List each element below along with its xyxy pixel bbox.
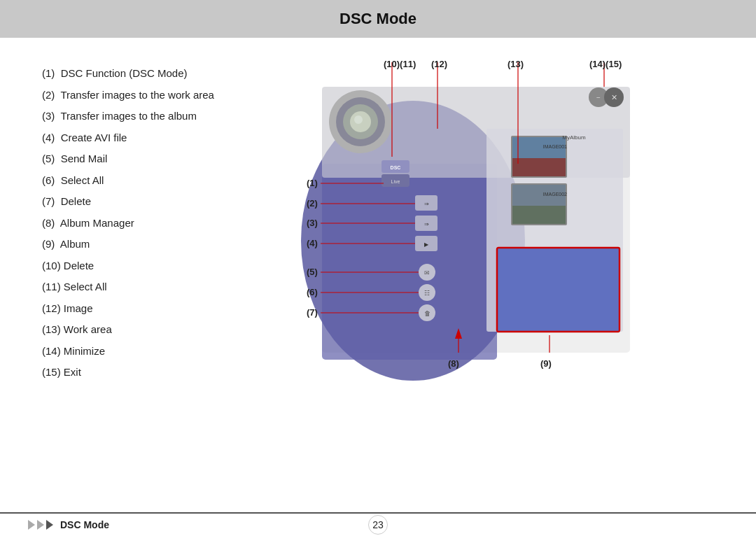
svg-text:(2): (2) <box>307 198 318 209</box>
svg-text:IMAGE001: IMAGE001 <box>543 144 567 149</box>
svg-text:🗑: 🗑 <box>424 310 430 317</box>
page-footer: DSC Mode 23 <box>0 512 756 536</box>
list-item: (11) Select All <box>42 279 266 295</box>
diagram-area: DSC Live IMAGE001 IMAGE002 MyAlbum <box>280 59 728 451</box>
svg-text:(10)(11): (10)(11) <box>384 59 416 69</box>
svg-text:(7): (7) <box>307 307 318 318</box>
svg-text:(12): (12) <box>431 59 447 69</box>
svg-text:MyAlbum: MyAlbum <box>562 134 586 141</box>
item-list: (1) DSC Function (DSC Mode) (2) Transfer… <box>42 59 266 451</box>
arrow-icon-3 <box>46 520 53 530</box>
svg-rect-17 <box>512 158 566 176</box>
svg-text:⇒: ⇒ <box>424 221 429 227</box>
list-item: (10) Delete <box>42 258 266 274</box>
svg-rect-25 <box>497 248 620 332</box>
list-item: (8) Album Manager <box>42 216 266 232</box>
list-item: (14) Minimize <box>42 344 266 360</box>
arrow-icon-2 <box>37 520 44 530</box>
svg-point-8 <box>354 115 363 124</box>
svg-text:✕: ✕ <box>611 93 617 101</box>
svg-text:(13): (13) <box>507 59 524 69</box>
list-item: (12) Image <box>42 301 266 317</box>
list-item: (15) Exit <box>42 365 266 381</box>
list-item: (3) Transfer images to the album <box>42 108 266 125</box>
list-item: (1) DSC Function (DSC Mode) <box>42 66 266 82</box>
list-item: (7) Delete <box>42 194 266 210</box>
footer-arrows <box>28 520 53 530</box>
svg-text:☷: ☷ <box>424 290 430 297</box>
svg-text:▶: ▶ <box>424 241 429 248</box>
list-item: (6) Select All <box>42 173 266 189</box>
svg-text:(3): (3) <box>307 218 318 228</box>
svg-rect-22 <box>512 206 566 224</box>
svg-text:−: − <box>596 94 601 101</box>
footer-title: DSC Mode <box>60 519 109 530</box>
svg-text:✉: ✉ <box>424 269 430 276</box>
diagram-svg: DSC Live IMAGE001 IMAGE002 MyAlbum <box>280 59 637 430</box>
list-item: (2) Transfer images to the work area <box>42 87 266 104</box>
list-item: (9) Album <box>42 237 266 253</box>
list-item: (5) Send Mail <box>42 151 266 167</box>
svg-text:(8): (8) <box>448 358 459 369</box>
svg-text:Live: Live <box>391 179 400 184</box>
svg-text:IMAGE002: IMAGE002 <box>543 192 567 197</box>
svg-text:(9): (9) <box>540 358 552 369</box>
svg-rect-2 <box>322 164 497 360</box>
header-title: DSC Mode <box>340 10 416 27</box>
svg-text:(4): (4) <box>307 238 318 248</box>
footer-page-number: 23 <box>368 515 388 535</box>
svg-text:DSC: DSC <box>391 165 401 170</box>
svg-text:(14)(15): (14)(15) <box>589 59 622 69</box>
svg-text:⇒: ⇒ <box>424 201 429 207</box>
svg-text:(6): (6) <box>307 287 318 297</box>
list-item: (13) Work area <box>42 322 266 338</box>
page-title: DSC Mode <box>0 0 756 38</box>
arrow-icon-1 <box>28 520 35 530</box>
list-item: (4) Create AVI file <box>42 130 266 146</box>
svg-text:(1): (1) <box>307 178 318 188</box>
svg-text:(5): (5) <box>307 267 318 277</box>
main-content: (1) DSC Function (DSC Mode) (2) Transfer… <box>0 38 756 451</box>
